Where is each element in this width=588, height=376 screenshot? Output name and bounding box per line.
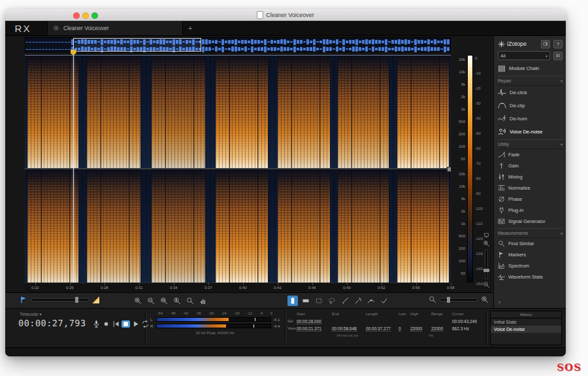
sidebar-item-mixing[interactable]: Mixing: [498, 171, 563, 182]
panel-toggle-button[interactable]: [541, 40, 550, 48]
section-header-measurements[interactable]: Measurements▾: [498, 228, 563, 238]
zoom-out-tool[interactable]: [146, 296, 156, 306]
zoom-time-tool[interactable]: [159, 296, 169, 306]
module-list-menu-button[interactable]: [553, 52, 563, 60]
sidebar-item-spectrum[interactable]: Spectrum: [498, 260, 563, 271]
playhead-line[interactable]: [73, 55, 74, 282]
sidebar-item-plug-in[interactable]: Plug-in: [498, 205, 563, 216]
zoom-all-tool[interactable]: [185, 296, 195, 306]
overview-waveform-bar: [264, 39, 267, 45]
module-filter-dropdown[interactable]: All ▾: [498, 51, 550, 60]
speech-burst: [216, 56, 268, 169]
brush-tool[interactable]: [340, 296, 350, 306]
ruler-time-label: 0:28: [101, 286, 108, 290]
instant-process-icon[interactable]: [92, 296, 99, 303]
spectrogram-channel-right[interactable]: [25, 169, 451, 282]
playhead-options-icon[interactable]: [20, 296, 28, 304]
overview-waveform-bar: [235, 39, 237, 45]
meter-left-peak-value: -4.1: [273, 318, 280, 322]
zoom-level-icon[interactable]: [429, 296, 436, 303]
cell-start[interactable]: 00:00:28.000: [297, 319, 332, 326]
column-header-range: Range: [431, 312, 452, 319]
sidebar-item-de-clip[interactable]: De-clip: [498, 99, 563, 112]
record-mic-button[interactable]: [92, 320, 101, 328]
commit-tool[interactable]: [379, 296, 389, 306]
sidebar-item-label: Waveform Stats: [508, 274, 543, 280]
record-button[interactable]: [102, 320, 110, 328]
hand-tool[interactable]: [198, 296, 208, 306]
de-click-icon: [498, 88, 506, 97]
sidebar-item-de-hum[interactable]: De-hum: [498, 112, 563, 125]
history-item-initial-state[interactable]: Initial State: [491, 318, 561, 326]
overview-waveform-bar: [221, 39, 224, 45]
record-dot-icon: [102, 320, 110, 328]
overview-view-region[interactable]: [73, 38, 201, 52]
horizontal-zoom-knob[interactable]: [447, 297, 450, 303]
sidebar-item-voice-de-noise[interactable]: Voice De-noise: [498, 125, 563, 138]
overview-position-slider[interactable]: [31, 298, 89, 301]
cell-end[interactable]: 00:00:58.648: [332, 326, 366, 333]
time-frequency-selection-tool[interactable]: [314, 296, 324, 306]
cell-cursor[interactable]: 00:00:43.249: [452, 319, 482, 326]
transport-buttons: [92, 320, 150, 328]
sidebar-item-normalize[interactable]: Normalize: [498, 182, 563, 194]
overview-waveform-bar: [434, 47, 436, 52]
cell-cursor[interactable]: 662.3 Hz: [452, 326, 482, 333]
sidebar-item-de-click[interactable]: De-click: [498, 86, 563, 99]
time-selection-tool[interactable]: [287, 296, 298, 306]
loop-button[interactable]: [141, 320, 150, 328]
overview-waveform-bar: [349, 40, 351, 44]
play-button[interactable]: [131, 320, 140, 328]
overview-position-knob[interactable]: [75, 297, 78, 303]
history-panel: History Initial StateVoice De-noise: [490, 311, 562, 345]
zoom-freq-tool[interactable]: [172, 296, 182, 306]
lasso-tool[interactable]: [327, 296, 337, 306]
overview-waveform-bar: [205, 39, 208, 44]
sidebar-item-find-similar[interactable]: Find Similar: [498, 238, 563, 249]
section-header-utility[interactable]: Utility▾: [498, 139, 563, 149]
wand-tool[interactable]: [353, 296, 363, 306]
vertical-zoom-slider[interactable]: [485, 249, 488, 279]
horizontal-zoom-slider[interactable]: [440, 298, 478, 301]
tab-cleaner-voiceover[interactable]: Cleaner Voiceover: [47, 21, 183, 35]
frequency-selection-tool[interactable]: [301, 296, 311, 306]
sidebar-item-markers[interactable]: Markers: [498, 249, 563, 260]
zoom-all-icon: [186, 297, 194, 305]
stop-button[interactable]: [122, 320, 130, 328]
sidebar-item-signal-generator[interactable]: Signal Generator: [498, 216, 563, 227]
sidebar-item-gain[interactable]: Gain: [498, 160, 563, 171]
zoom-time-icon: [160, 297, 168, 305]
help-button[interactable]: ?: [553, 40, 563, 48]
sidebar-item-waveform-stats[interactable]: Waveform Stats: [498, 271, 563, 282]
section-header-repair[interactable]: Repair▾: [498, 76, 563, 86]
sidebar-collapse-chevron[interactable]: ›: [498, 299, 500, 305]
spectrogram-channel-left[interactable]: [25, 55, 451, 169]
sidebar-item-module-chain[interactable]: Module Chain: [498, 62, 563, 75]
sidebar-item-fade[interactable]: Fade: [498, 149, 563, 160]
db-label: -50: [475, 131, 481, 135]
sidebar-item-phase[interactable]: Phase: [498, 194, 563, 205]
vertical-zoom-slider-knob[interactable]: [483, 269, 489, 272]
db-label: 0: [475, 56, 477, 60]
monitor-icon[interactable]: [483, 232, 489, 238]
zoom-in-corner-button[interactable]: [481, 296, 489, 303]
cell-high[interactable]: 22000: [410, 326, 431, 333]
channel-divider-handle[interactable]: [447, 167, 451, 172]
vertical-zoom-in-button[interactable]: [483, 240, 490, 247]
overview-waveform-bar: [440, 48, 443, 50]
spectrogram-display[interactable]: [25, 55, 451, 282]
history-item-voice-de-noise[interactable]: Voice De-noise: [491, 326, 561, 333]
cell-length[interactable]: 00:00:37.277: [366, 326, 399, 333]
channel-divider[interactable]: [25, 168, 451, 169]
waveform-overview[interactable]: [25, 37, 451, 52]
zoom-in-tool[interactable]: [133, 296, 143, 306]
new-tab-button[interactable]: +: [188, 25, 192, 31]
playhead-time-display[interactable]: 00:00:27,793: [18, 318, 86, 328]
vertical-zoom-out-button[interactable]: [483, 281, 490, 288]
cell-range[interactable]: 22000: [431, 326, 452, 333]
cell-low[interactable]: 0: [399, 326, 410, 333]
time-format-selector[interactable]: Timecode ▾: [20, 312, 41, 317]
smart-pick-tool[interactable]: [366, 296, 376, 306]
cell-start[interactable]: 00:00:21.371: [297, 326, 332, 333]
go-to-start-button[interactable]: [112, 320, 120, 328]
